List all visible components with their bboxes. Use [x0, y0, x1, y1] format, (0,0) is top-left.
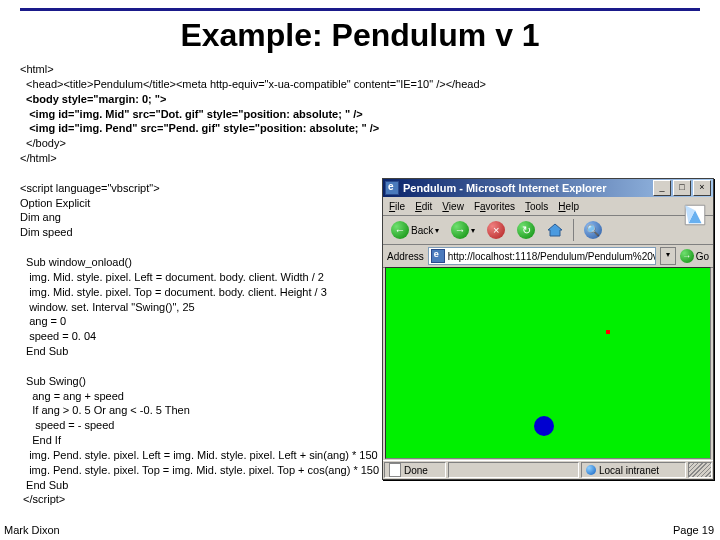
- minimize-button[interactable]: _: [653, 180, 671, 196]
- code-line: img. Pend. style. pixel. Top = img. Mid.…: [20, 464, 379, 476]
- menu-help[interactable]: Help: [558, 201, 579, 212]
- ie-favicon-icon: [385, 181, 399, 195]
- code-line: img. Mid. style. pixel. Left = document.…: [20, 271, 324, 283]
- maximize-button[interactable]: □: [673, 180, 691, 196]
- code-line: ang = 0: [20, 315, 66, 327]
- status-done: Done: [384, 462, 446, 478]
- stop-button[interactable]: ×: [483, 219, 509, 241]
- footer-page: Page 19: [673, 524, 714, 536]
- page-viewport: [385, 267, 711, 459]
- code-line: Dim speed: [20, 226, 73, 238]
- stop-icon: ×: [487, 221, 505, 239]
- status-zone-label: Local intranet: [599, 465, 659, 476]
- search-icon: 🔍: [584, 221, 602, 239]
- close-button[interactable]: ×: [693, 180, 711, 196]
- menu-file[interactable]: File: [389, 201, 405, 212]
- code-line: </html>: [20, 152, 57, 164]
- back-button[interactable]: ← Back ▾: [387, 219, 443, 241]
- pendulum-bob: [534, 416, 554, 436]
- go-arrow-icon: →: [680, 249, 694, 263]
- code-line: </script>: [20, 493, 65, 505]
- status-middle: [448, 462, 579, 478]
- chevron-down-icon: ▾: [471, 226, 475, 235]
- menu-view[interactable]: View: [442, 201, 464, 212]
- zone-icon: [586, 465, 596, 475]
- page-favicon-icon: [431, 249, 445, 263]
- code-line: Sub window_onload(): [20, 256, 132, 268]
- forward-button[interactable]: → ▾: [447, 219, 479, 241]
- go-label: Go: [696, 251, 709, 262]
- refresh-button[interactable]: ↻: [513, 219, 539, 241]
- code-line: img. Mid. style. pixel. Top = document. …: [20, 286, 327, 298]
- code-line: <body style="margin: 0; ">: [20, 93, 166, 105]
- refresh-icon: ↻: [517, 221, 535, 239]
- back-label: Back: [411, 225, 433, 236]
- ie-logo-icon: [679, 199, 711, 231]
- forward-arrow-icon: →: [451, 221, 469, 239]
- window-titlebar[interactable]: Pendulum - Microsoft Internet Explorer _…: [383, 179, 713, 197]
- search-button[interactable]: 🔍: [580, 219, 606, 241]
- code-line: speed = 0. 04: [20, 330, 96, 342]
- menu-favorites[interactable]: Favorites: [474, 201, 515, 212]
- toolbar: ← Back ▾ → ▾ × ↻ 🔍: [383, 216, 713, 245]
- code-line: <img id="img. Mid" src="Dot. gif" style=…: [20, 108, 363, 120]
- code-line: <img id="img. Pend" src="Pend. gif" styl…: [20, 122, 379, 134]
- address-label: Address: [387, 251, 424, 262]
- chevron-down-icon: ▾: [435, 226, 439, 235]
- code-line: <script language="vbscript">: [20, 182, 160, 194]
- code-line: End Sub: [20, 345, 68, 357]
- code-line: Option Explicit: [20, 197, 90, 209]
- address-input[interactable]: http://localhost:1118/Pendulum/Pendulum%…: [428, 247, 656, 265]
- code-line: Dim ang: [20, 211, 61, 223]
- address-dropdown-button[interactable]: ▾: [660, 247, 676, 265]
- code-line: img. Pend. style. pixel. Left = img. Mid…: [20, 449, 378, 461]
- code-line: End If: [20, 434, 61, 446]
- code-line: speed = - speed: [20, 419, 114, 431]
- code-line: </body>: [20, 137, 66, 149]
- code-line: If ang > 0. 5 Or ang < -0. 5 Then: [20, 404, 190, 416]
- code-line: ang = ang + speed: [20, 390, 124, 402]
- go-button[interactable]: → Go: [680, 249, 709, 263]
- menu-bar: File Edit View Favorites Tools Help: [383, 197, 713, 216]
- address-value: http://localhost:1118/Pendulum/Pendulum%…: [448, 251, 656, 262]
- code-line: Sub Swing(): [20, 375, 86, 387]
- back-arrow-icon: ←: [391, 221, 409, 239]
- home-button[interactable]: [543, 221, 567, 239]
- pendulum-pivot-dot: [606, 330, 610, 334]
- menu-tools[interactable]: Tools: [525, 201, 548, 212]
- slide-title: Example: Pendulum v 1: [0, 17, 720, 54]
- resize-grip[interactable]: [688, 462, 712, 478]
- footer-author: Mark Dixon: [4, 524, 60, 536]
- window-title: Pendulum - Microsoft Internet Explorer: [403, 182, 653, 194]
- status-zone: Local intranet: [581, 462, 686, 478]
- svg-marker-3: [548, 224, 562, 236]
- code-line: window. set. Interval "Swing()", 25: [20, 301, 195, 313]
- browser-window: Pendulum - Microsoft Internet Explorer _…: [382, 178, 714, 480]
- address-bar: Address http://localhost:1118/Pendulum/P…: [383, 245, 713, 268]
- code-line: End Sub: [20, 479, 68, 491]
- code-line: <html>: [20, 63, 54, 75]
- menu-edit[interactable]: Edit: [415, 201, 432, 212]
- status-bar: Done Local intranet: [383, 460, 713, 479]
- home-icon: [547, 223, 563, 237]
- separator: [573, 219, 574, 241]
- document-icon: [389, 463, 401, 477]
- title-rule: [20, 8, 700, 11]
- code-line: <head><title>Pendulum</title><meta http-…: [20, 78, 486, 90]
- status-done-label: Done: [404, 465, 428, 476]
